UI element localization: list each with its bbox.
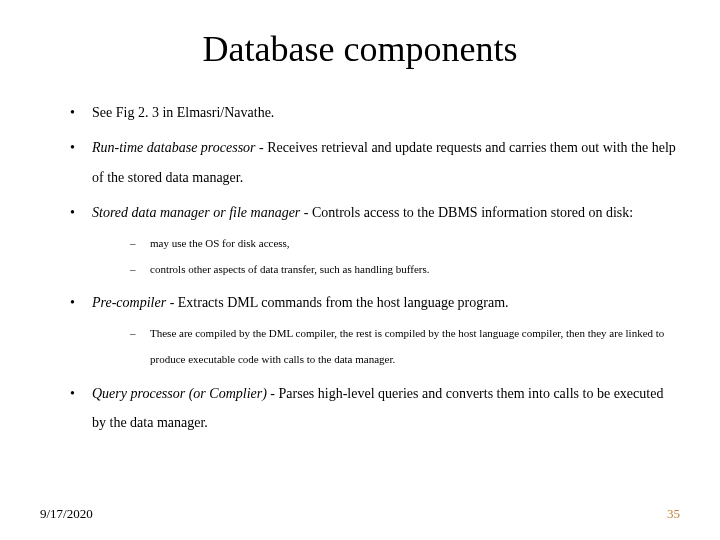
list-item: Stored data manager or file manager - Co… — [70, 198, 680, 282]
footer: 9/17/2020 35 — [40, 506, 680, 522]
bullet-text: - Extracts DML commands from the host la… — [166, 295, 508, 310]
list-item: Pre-compiler - Extracts DML commands fro… — [70, 288, 680, 372]
slide-title: Database components — [40, 28, 680, 70]
sub-text: These are compiled by the DML compiler, … — [150, 327, 664, 365]
bullet-text: - Controls access to the DBMS informatio… — [300, 205, 633, 220]
bullet-term: Pre-compiler — [92, 295, 166, 310]
sub-list: These are compiled by the DML compiler, … — [92, 320, 680, 373]
bullet-term: Query processor (or Complier) — [92, 386, 267, 401]
page-number: 35 — [667, 506, 680, 522]
sub-text: may use the OS for disk access, — [150, 237, 290, 249]
sub-text: controls other aspects of data transfer,… — [150, 263, 429, 275]
bullet-term: Stored data manager or file manager — [92, 205, 300, 220]
list-item: Query processor (or Complier) - Parses h… — [70, 379, 680, 438]
sub-item: These are compiled by the DML compiler, … — [130, 320, 680, 373]
bullet-text: See Fig 2. 3 in Elmasri/Navathe. — [92, 105, 274, 120]
bullet-term: Run-time database processor — [92, 140, 256, 155]
bullet-list: See Fig 2. 3 in Elmasri/Navathe. Run-tim… — [40, 98, 680, 437]
sub-list: may use the OS for disk access, controls… — [92, 230, 680, 283]
sub-item: may use the OS for disk access, — [130, 230, 680, 256]
sub-item: controls other aspects of data transfer,… — [130, 256, 680, 282]
list-item: Run-time database processor - Receives r… — [70, 133, 680, 192]
list-item: See Fig 2. 3 in Elmasri/Navathe. — [70, 98, 680, 127]
footer-date: 9/17/2020 — [40, 506, 93, 522]
slide: { "title": "Database components", "bulle… — [0, 0, 720, 540]
